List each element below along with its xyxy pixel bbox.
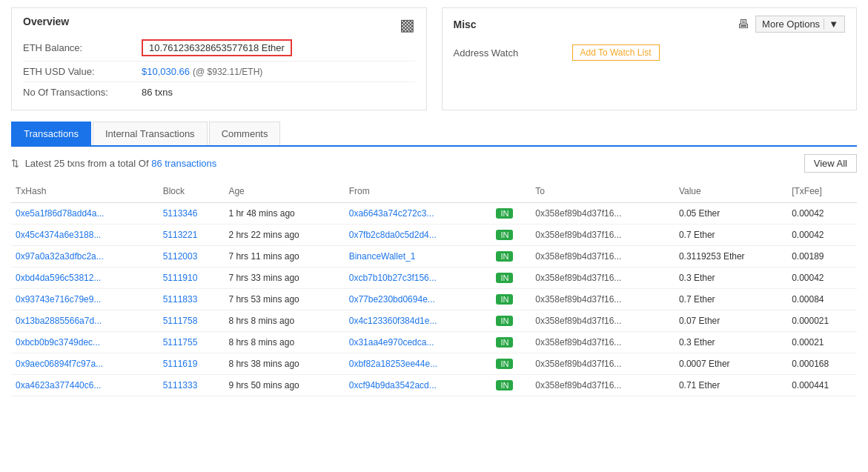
tx-hash-cell: 0x13ba2885566a7d...	[11, 310, 159, 332]
in-badge: IN	[496, 208, 513, 219]
tx-hash-cell: 0x97a0a32a3dfbc2a...	[11, 246, 159, 267]
to-address: 0x358ef89b4d37f16...	[535, 359, 621, 369]
from-cell: 0x7fb2c8da0c5d2d4...	[345, 225, 492, 246]
block-cell: 5111333	[159, 375, 225, 396]
tx-hash-link[interactable]: 0xa4623a377440c6...	[16, 380, 101, 390]
no-tx-label: No Of Transactions:	[23, 87, 142, 98]
qr-icon[interactable]: ▩	[400, 16, 415, 35]
from-cell: 0xcf94b9da3542acd...	[345, 375, 492, 396]
transactions-table: TxHash Block Age From To Value [TxFee] 0…	[11, 180, 857, 396]
from-link[interactable]: 0x77be230bd0694e...	[349, 294, 435, 305]
block-link[interactable]: 5111758	[163, 316, 198, 326]
in-badge: IN	[496, 294, 513, 305]
table-row: 0xa4623a377440c6... 5111333 9 hrs 50 min…	[11, 375, 857, 396]
add-to-watch-list-button[interactable]: Add To Watch List	[572, 44, 660, 61]
block-link[interactable]: 5113346	[163, 208, 198, 219]
tab-internal-transactions[interactable]: Internal Transactions	[93, 122, 208, 145]
block-link[interactable]: 5112003	[163, 251, 198, 262]
block-cell: 5113221	[159, 225, 225, 246]
tab-transactions[interactable]: Transactions	[11, 122, 91, 145]
tab-comments[interactable]: Comments	[209, 122, 281, 145]
more-options-arrow: ▼	[824, 19, 838, 30]
table-row: 0xbd4da596c53812... 5111910 7 hrs 33 min…	[11, 267, 857, 289]
from-cell: 0x77be230bd0694e...	[345, 289, 492, 310]
table-row: 0x45c4374a6e3188... 5113221 2 hrs 22 min…	[11, 225, 857, 246]
tx-hash-cell: 0xbcb0b9c3749dec...	[11, 332, 159, 353]
block-cell: 5112003	[159, 246, 225, 267]
table-row: 0xe5a1f86d78add4a... 5113346 1 hr 48 min…	[11, 203, 857, 225]
from-link[interactable]: BinanceWallet_1	[349, 251, 416, 262]
to-address: 0x358ef89b4d37f16...	[535, 208, 621, 219]
age-cell: 9 hrs 50 mins ago	[224, 375, 344, 396]
from-cell: 0x4c123360f384d1e...	[345, 310, 492, 332]
age-cell: 8 hrs 38 mins ago	[224, 353, 344, 375]
fee-cell: 0.00042	[787, 225, 857, 246]
in-badge: IN	[496, 359, 513, 369]
from-cell: BinanceWallet_1	[345, 246, 492, 267]
age-cell: 2 hrs 22 mins ago	[224, 225, 344, 246]
to-cell: 0x358ef89b4d37f16...	[531, 225, 675, 246]
in-badge: IN	[496, 337, 513, 348]
block-link[interactable]: 5111755	[163, 337, 198, 348]
from-link[interactable]: 0xbf82a18253ee44e...	[349, 359, 437, 369]
to-cell: 0x358ef89b4d37f16...	[531, 375, 675, 396]
more-options-button[interactable]: More Options ▼	[755, 16, 845, 33]
tx-count-link[interactable]: 86 transactions	[151, 158, 216, 169]
in-badge: IN	[496, 316, 513, 326]
block-cell: 5111619	[159, 353, 225, 375]
block-link[interactable]: 5111619	[163, 359, 198, 369]
fee-cell: 0.00042	[787, 203, 857, 225]
block-link[interactable]: 5113221	[163, 230, 198, 240]
value-cell: 0.3119253 Ether	[675, 246, 787, 267]
col-age: Age	[224, 180, 344, 203]
direction-cell: IN	[491, 203, 531, 225]
from-link[interactable]: 0xa6643a74c272c3...	[349, 208, 434, 219]
direction-cell: IN	[491, 375, 531, 396]
from-link[interactable]: 0x4c123360f384d1e...	[349, 316, 437, 326]
tx-hash-link[interactable]: 0x13ba2885566a7d...	[16, 316, 102, 326]
col-direction	[491, 180, 531, 203]
tx-hash-link[interactable]: 0x93743e716c79e9...	[16, 294, 101, 305]
to-cell: 0x358ef89b4d37f16...	[531, 353, 675, 375]
value-cell: 0.7 Ether	[675, 289, 787, 310]
address-watch-label: Address Watch	[454, 47, 572, 59]
fee-cell: 0.00042	[787, 267, 857, 289]
to-address: 0x358ef89b4d37f16...	[535, 230, 621, 240]
block-link[interactable]: 5111910	[163, 273, 198, 283]
tx-hash-link[interactable]: 0x9aec06894f7c97a...	[16, 359, 103, 369]
eth-usd-value: $10,030.66	[142, 66, 190, 77]
to-address: 0x358ef89b4d37f16...	[535, 316, 621, 326]
col-to: To	[531, 180, 675, 203]
eth-usd-label: ETH USD Value:	[23, 66, 142, 77]
value-cell: 0.07 Ether	[675, 310, 787, 332]
fee-cell: 0.000441	[787, 375, 857, 396]
table-row: 0x93743e716c79e9... 5111833 7 hrs 53 min…	[11, 289, 857, 310]
col-txfee: [TxFee]	[787, 180, 857, 203]
from-cell: 0x31aa4e970cedca...	[345, 332, 492, 353]
in-badge: IN	[496, 230, 513, 240]
block-cell: 5111758	[159, 310, 225, 332]
direction-cell: IN	[491, 225, 531, 246]
tx-hash-link[interactable]: 0xe5a1f86d78add4a...	[16, 208, 104, 219]
print-icon[interactable]: 🖶	[738, 18, 749, 31]
to-address: 0x358ef89b4d37f16...	[535, 337, 621, 348]
in-badge: IN	[496, 380, 513, 390]
tx-hash-link[interactable]: 0x45c4374a6e3188...	[16, 230, 101, 240]
to-cell: 0x358ef89b4d37f16...	[531, 310, 675, 332]
from-link[interactable]: 0x7fb2c8da0c5d2d4...	[349, 230, 437, 240]
tx-hash-link[interactable]: 0xbcb0b9c3749dec...	[16, 337, 100, 348]
transactions-summary: ⇅ Latest 25 txns from a total Of 86 tran…	[11, 158, 216, 169]
direction-cell: IN	[491, 310, 531, 332]
from-link[interactable]: 0xcf94b9da3542acd...	[349, 380, 437, 390]
age-cell: 7 hrs 11 mins ago	[224, 246, 344, 267]
block-link[interactable]: 5111833	[163, 294, 198, 305]
tx-hash-cell: 0x45c4374a6e3188...	[11, 225, 159, 246]
from-link[interactable]: 0x31aa4e970cedca...	[349, 337, 434, 348]
from-link[interactable]: 0xcb7b10b27c3f156...	[349, 273, 437, 283]
age-cell: 8 hrs 8 mins ago	[224, 310, 344, 332]
tx-hash-link[interactable]: 0x97a0a32a3dfbc2a...	[16, 251, 104, 262]
from-cell: 0xbf82a18253ee44e...	[345, 353, 492, 375]
block-link[interactable]: 5111333	[163, 380, 198, 390]
tx-hash-link[interactable]: 0xbd4da596c53812...	[16, 273, 101, 283]
view-all-button[interactable]: View All	[804, 154, 857, 173]
